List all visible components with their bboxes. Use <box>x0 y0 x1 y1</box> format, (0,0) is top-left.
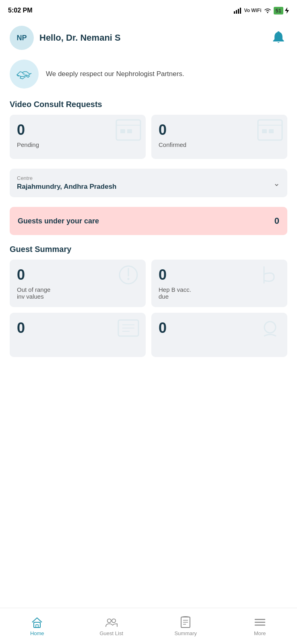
summary-card-3[interactable]: 0 <box>10 313 146 357</box>
nav-home[interactable]: Home <box>0 616 74 636</box>
summary-card-4-count: 0 <box>159 321 280 335</box>
nav-summary-label: Summary <box>174 630 197 636</box>
guests-care-count: 0 <box>274 216 279 226</box>
bell-icon <box>271 31 286 45</box>
out-of-range-label: Out of range inv values <box>17 286 138 300</box>
pending-card[interactable]: 0 Pending <box>10 115 146 159</box>
pending-count: 0 <box>17 123 138 137</box>
avatar: NP <box>10 26 34 50</box>
hep-b-card[interactable]: 0 Hep B vacc. due <box>151 260 287 307</box>
svg-rect-3 <box>240 8 241 14</box>
svg-rect-2 <box>238 9 239 14</box>
nav-guest-list-label: Guest List <box>99 630 123 636</box>
chevron-down-icon: ⌄ <box>273 178 280 188</box>
svg-rect-0 <box>234 11 235 14</box>
handshake-icon-circle <box>10 60 39 89</box>
status-bar: 5:02 PM Vo WiFi 51 <box>0 0 297 19</box>
notification-bell-button[interactable] <box>270 29 287 47</box>
hep-b-label: Hep B vacc. due <box>159 286 280 300</box>
bottom-nav: Home Guest List Summary <box>0 608 297 644</box>
svg-marker-5 <box>285 7 289 14</box>
status-time: 5:02 PM <box>8 7 32 14</box>
battery-icon: 51 <box>274 7 283 14</box>
guest-summary-grid: 0 Out of range inv values 0 Hep B vacc. … <box>10 260 287 357</box>
summary-icon <box>179 616 192 629</box>
main-content: NP Hello, Dr. Nemani S We deeply respect… <box>0 19 297 397</box>
out-of-range-card[interactable]: 0 Out of range inv values <box>10 260 146 307</box>
nav-home-label: Home <box>30 630 44 636</box>
out-of-range-count: 0 <box>17 268 138 282</box>
nav-more-label: More <box>254 630 266 636</box>
summary-card-3-count: 0 <box>17 321 138 335</box>
bolt-icon <box>285 7 289 14</box>
guest-list-icon <box>105 616 118 629</box>
wifi-icon <box>263 7 272 14</box>
nav-more[interactable]: More <box>223 616 297 636</box>
centre-value: Rajahmundry, Andhra Pradesh <box>17 183 280 191</box>
respect-banner: We deeply respect our Nephrologist Partn… <box>10 60 287 89</box>
confirmed-count: 0 <box>159 123 280 137</box>
guests-care-banner[interactable]: Guests under your care 0 <box>10 207 287 235</box>
nav-summary[interactable]: Summary <box>148 616 223 636</box>
signal-icon <box>234 7 243 14</box>
guests-care-label: Guests under your care <box>18 217 99 225</box>
status-icons: Vo WiFi 51 <box>234 7 289 14</box>
svg-rect-24 <box>36 625 38 627</box>
respect-text: We deeply respect our Nephrologist Partn… <box>46 69 184 79</box>
video-consult-grid: 0 Pending 0 Confirmed <box>10 115 287 159</box>
svg-point-25 <box>107 619 111 623</box>
centre-label: Centre <box>17 175 280 181</box>
header: NP Hello, Dr. Nemani S <box>10 26 287 50</box>
centre-dropdown[interactable]: Centre Rajahmundry, Andhra Pradesh ⌄ <box>10 169 287 197</box>
video-consult-title: Video Consult Requests <box>10 100 287 109</box>
vo-wifi-label: Vo WiFi <box>244 8 262 13</box>
guest-summary-title: Guest Summary <box>10 245 287 254</box>
hep-b-count: 0 <box>159 268 280 282</box>
greeting: Hello, Dr. Nemani S <box>39 33 121 43</box>
more-icon <box>254 616 266 629</box>
confirmed-card[interactable]: 0 Confirmed <box>151 115 287 159</box>
svg-point-26 <box>112 619 116 623</box>
svg-rect-1 <box>236 10 237 14</box>
nav-guest-list[interactable]: Guest List <box>74 616 149 636</box>
pending-label: Pending <box>17 141 138 148</box>
summary-card-4[interactable]: 0 <box>151 313 287 357</box>
confirmed-label: Confirmed <box>159 141 280 148</box>
header-left: NP Hello, Dr. Nemani S <box>10 26 121 50</box>
handshake-icon <box>15 65 33 83</box>
svg-point-6 <box>277 31 279 33</box>
home-icon <box>31 616 43 629</box>
svg-point-4 <box>267 12 268 13</box>
